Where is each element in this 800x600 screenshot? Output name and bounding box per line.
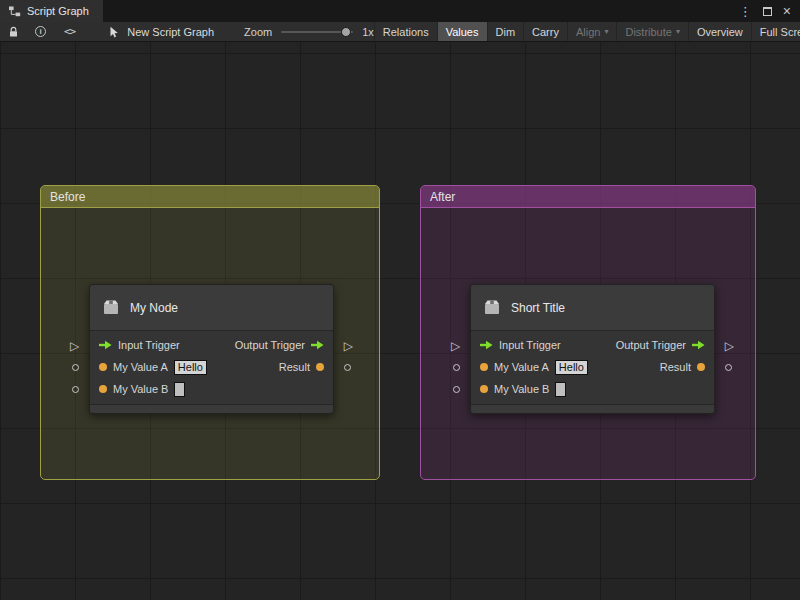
- align-label: Align: [576, 26, 600, 38]
- port-label: Result: [279, 361, 310, 373]
- tab-script-graph[interactable]: Script Graph: [0, 0, 103, 22]
- window-controls: ⋮ ×: [739, 0, 800, 22]
- graph-name[interactable]: New Script Graph: [109, 26, 214, 38]
- tab-label: Script Graph: [27, 5, 89, 17]
- graph-node[interactable]: My Node Input Trigger Output Trigger: [89, 284, 334, 414]
- value-a-port[interactable]: My Value A Hello: [480, 360, 588, 375]
- script-graph-icon: [8, 6, 21, 17]
- node-box-icon: [101, 298, 121, 318]
- value-b-port[interactable]: My Value B: [99, 382, 185, 397]
- group-before[interactable]: Before My Node Input Trigger: [40, 185, 380, 480]
- value-a-port[interactable]: My Value A Hello: [99, 360, 207, 375]
- flow-arrow-icon: [311, 340, 324, 350]
- dim-button[interactable]: Dim: [487, 22, 524, 41]
- value-a-input[interactable]: Hello: [174, 360, 207, 375]
- node-footer: [90, 404, 333, 413]
- node-header[interactable]: My Node: [90, 285, 333, 331]
- port-label: My Value A: [494, 361, 549, 373]
- value-input-port-outline[interactable]: [72, 364, 79, 371]
- value-input-port-outline[interactable]: [453, 364, 460, 371]
- value-port-icon: [697, 363, 705, 371]
- flow-arrow-icon: [99, 340, 112, 350]
- distribute-dropdown[interactable]: Distribute ▾: [616, 22, 687, 41]
- output-trigger-port[interactable]: Output Trigger: [616, 339, 705, 351]
- tab-bar: Script Graph ⋮ ×: [0, 0, 800, 22]
- overview-button[interactable]: Overview: [688, 22, 751, 41]
- value-b-port[interactable]: My Value B: [480, 382, 566, 397]
- distribute-label: Distribute: [625, 26, 671, 38]
- port-label: Output Trigger: [616, 339, 686, 351]
- input-trigger-port[interactable]: Input Trigger: [480, 339, 561, 351]
- port-label: Input Trigger: [118, 339, 180, 351]
- node-title: My Node: [130, 301, 178, 315]
- graph-toolbar: i <> New Script Graph Zoom 1x Relations …: [0, 22, 800, 42]
- value-port-icon: [480, 363, 488, 371]
- node-title: Short Title: [511, 301, 565, 315]
- toolbar-buttons: Relations Values Dim Carry Align ▾ Distr…: [374, 22, 800, 41]
- graph-name-label: New Script Graph: [127, 26, 214, 38]
- node-box-icon: [482, 298, 502, 318]
- zoom-label: Zoom: [244, 26, 272, 38]
- value-input-port-outline[interactable]: [72, 386, 79, 393]
- zoom-control: Zoom 1x: [244, 26, 374, 38]
- group-title: Before: [50, 190, 85, 204]
- node-ports: Input Trigger Output Trigger My Value A …: [90, 331, 333, 400]
- value-port-icon: [99, 363, 107, 371]
- port-label: Result: [660, 361, 691, 373]
- info-icon[interactable]: i: [27, 22, 54, 41]
- close-icon[interactable]: ×: [783, 4, 791, 18]
- flow-arrow-icon: [480, 340, 493, 350]
- group-header[interactable]: After: [421, 186, 755, 208]
- value-output-port-outline[interactable]: [725, 364, 732, 371]
- port-label: Output Trigger: [235, 339, 305, 351]
- value-port-icon: [480, 385, 488, 393]
- node-header[interactable]: Short Title: [471, 285, 714, 331]
- value-port-icon: [99, 385, 107, 393]
- group-title: After: [430, 190, 455, 204]
- chevron-down-icon: ▾: [604, 27, 608, 36]
- result-port[interactable]: Result: [660, 361, 705, 373]
- group-after[interactable]: After Short Title Input Trigger: [420, 185, 756, 480]
- graph-editor-window: Script Graph ⋮ × i <> New Script Graph Z…: [0, 0, 800, 600]
- relations-button[interactable]: Relations: [374, 22, 437, 41]
- value-input-port-outline[interactable]: [453, 386, 460, 393]
- zoom-knob[interactable]: [341, 27, 351, 37]
- group-header[interactable]: Before: [41, 186, 379, 208]
- flow-arrow-icon: [692, 340, 705, 350]
- align-dropdown[interactable]: Align ▾: [567, 22, 616, 41]
- value-b-input[interactable]: [555, 382, 566, 397]
- flow-input-port-outline[interactable]: ▷: [451, 340, 460, 352]
- port-label: My Value B: [113, 383, 168, 395]
- value-output-port-outline[interactable]: [344, 364, 351, 371]
- chevron-down-icon: ▾: [676, 27, 680, 36]
- carry-button[interactable]: Carry: [523, 22, 567, 41]
- fullscreen-button[interactable]: Full Screen: [751, 22, 800, 41]
- graph-canvas[interactable]: Before My Node Input Trigger: [0, 42, 800, 600]
- value-a-input[interactable]: Hello: [555, 360, 588, 375]
- value-b-input[interactable]: [174, 382, 185, 397]
- flow-output-port-outline[interactable]: ▷: [344, 340, 353, 352]
- flow-input-port-outline[interactable]: ▷: [70, 340, 79, 352]
- menu-kebab-icon[interactable]: ⋮: [739, 5, 752, 18]
- node-ports: Input Trigger Output Trigger My Value A …: [471, 331, 714, 400]
- value-port-icon: [316, 363, 324, 371]
- zoom-value: 1x: [362, 26, 374, 38]
- values-button[interactable]: Values: [437, 22, 487, 41]
- lock-icon[interactable]: [0, 22, 27, 41]
- pointer-icon: [109, 26, 120, 38]
- port-label: Input Trigger: [499, 339, 561, 351]
- node-footer: [471, 404, 714, 413]
- port-label: My Value B: [494, 383, 549, 395]
- flow-output-port-outline[interactable]: ▷: [725, 340, 734, 352]
- port-label: My Value A: [113, 361, 168, 373]
- code-icon[interactable]: <>: [54, 22, 85, 41]
- maximize-icon[interactable]: [763, 7, 772, 16]
- output-trigger-port[interactable]: Output Trigger: [235, 339, 324, 351]
- result-port[interactable]: Result: [279, 361, 324, 373]
- zoom-slider[interactable]: [281, 31, 353, 33]
- graph-node[interactable]: Short Title Input Trigger Output Trigger: [470, 284, 715, 414]
- input-trigger-port[interactable]: Input Trigger: [99, 339, 180, 351]
